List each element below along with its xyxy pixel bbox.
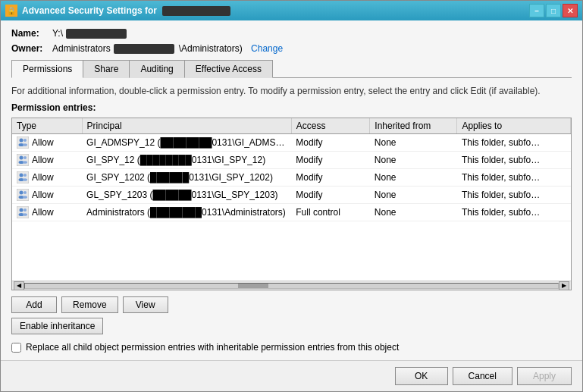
permissions-table-container: Type Principal Access Inherited from App… [11,118,572,290]
cell-inherited: None [370,204,457,221]
name-row: Name: Y:\ [11,28,572,39]
tab-permissions[interactable]: Permissions [11,60,83,78]
horizontal-scrollbar[interactable]: ◀ ▶ [12,281,571,290]
cell-principal: GI_SPY_1202 (██████0131\GI_SPY_1202) [82,169,291,187]
svg-rect-15 [17,189,29,201]
cell-applies: This folder, subfo… [457,152,571,169]
apply-button[interactable]: Apply [517,367,572,385]
cell-principal: GI_SPY_12 (████████0131\GI_SPY_12) [82,152,291,169]
svg-point-23 [24,209,27,212]
col-access: Access [291,118,370,134]
enable-inheritance-area: Enable inheritance [11,318,572,334]
cell-inherited: None [370,152,457,169]
scrollbar-track[interactable] [24,283,559,289]
cell-type: Allow [12,134,82,152]
cell-inherited: None [370,187,457,204]
svg-rect-10 [17,171,29,183]
content-area: Name: Y:\ Owner: Administrators \Adminis… [1,20,582,360]
name-value: Y:\ [52,28,127,39]
cell-access: Modify [291,152,370,169]
table-row[interactable]: Allow GI_SPY_1202 (██████0131\GI_SPY_120… [12,169,571,187]
table-row[interactable]: Allow GI_SPY_12 (████████0131\GI_SPY_12)… [12,152,571,169]
cell-access: Modify [291,134,370,152]
section-label: Permission entries: [11,102,572,113]
table-header-row: Type Principal Access Inherited from App… [12,118,571,134]
user-group-icon [17,189,29,201]
tab-share[interactable]: Share [83,60,130,78]
enable-inheritance-button[interactable]: Enable inheritance [11,318,103,334]
col-type: Type [12,118,82,134]
user-group-icon [17,154,29,166]
title-bar-controls: – □ ✕ [529,4,578,17]
svg-point-13 [24,174,27,177]
svg-rect-20 [17,206,29,218]
col-inherited: Inherited from [370,118,457,134]
svg-point-24 [23,213,27,216]
cell-principal: GI_ADMSPY_12 (████████0131\GI_ADMSPY_12) [82,134,291,152]
table-row[interactable]: Allow GL_SPY_1203 (██████0131\GL_SPY_120… [12,187,571,204]
svg-point-16 [20,191,24,195]
cell-type: Allow [12,169,82,187]
cell-applies: This folder, subfo… [457,187,571,204]
svg-point-14 [23,178,27,181]
ok-button[interactable]: OK [395,367,448,385]
svg-point-11 [20,174,24,177]
table-row[interactable]: Allow GI_ADMSPY_12 (████████0131\GI_ADMS… [12,134,571,152]
svg-point-4 [23,143,27,146]
owner-redacted [114,44,174,54]
svg-point-18 [24,191,27,194]
remove-button[interactable]: Remove [61,296,118,313]
replace-permissions-checkbox[interactable] [11,343,21,353]
user-group-icon [17,171,29,183]
replace-permissions-label: Replace all child object permission entr… [26,342,399,353]
svg-point-21 [20,209,24,212]
name-label: Name: [11,28,49,39]
svg-point-19 [23,196,27,199]
change-owner-link[interactable]: Change [251,43,283,54]
svg-point-1 [20,139,24,143]
add-button[interactable]: Add [11,296,57,313]
maximize-button[interactable]: □ [546,4,561,17]
footer: OK Cancel Apply [1,360,582,391]
owner-label: Owner: [11,43,49,54]
svg-point-3 [24,139,27,142]
title-redacted [162,6,230,16]
cell-inherited: None [370,134,457,152]
cancel-button[interactable]: Cancel [453,367,512,385]
cell-type: Allow [12,187,82,204]
cell-applies: This folder, subfo… [457,169,571,187]
info-text: For additional information, double-click… [11,86,572,96]
permissions-table: Type Principal Access Inherited from App… [12,118,571,221]
window-title: Advanced Security Settings for [22,5,230,16]
cell-type: Allow [12,204,82,221]
close-button[interactable]: ✕ [563,4,578,17]
app-icon: 🔒 [5,5,17,17]
cell-access: Full control [291,204,370,221]
tab-effective-access[interactable]: Effective Access [185,60,273,78]
cell-principal: Administrators (████████0131\Administrat… [82,204,291,221]
owner-row: Owner: Administrators \Administrators) C… [11,43,572,54]
svg-rect-0 [17,136,29,149]
title-bar-left: 🔒 Advanced Security Settings for [5,5,230,17]
owner-value: Administrators \Administrators) Change [52,43,283,54]
view-button[interactable]: View [123,296,168,313]
minimize-button[interactable]: – [529,4,544,17]
col-principal: Principal [82,118,291,134]
scroll-left-button[interactable]: ◀ [14,281,24,290]
tabs-container: Permissions Share Auditing Effective Acc… [11,60,572,78]
scrollbar-thumb[interactable] [238,284,268,288]
user-group-icon [17,136,29,149]
tab-auditing[interactable]: Auditing [130,60,184,78]
replace-checkbox-row: Replace all child object permission entr… [11,342,572,353]
col-applies: Applies to [457,118,571,134]
cell-inherited: None [370,169,457,187]
svg-rect-5 [17,154,29,166]
scroll-right-button[interactable]: ▶ [559,281,569,290]
user-group-icon [17,206,29,218]
window: 🔒 Advanced Security Settings for – □ ✕ N… [0,0,583,392]
table-row[interactable]: Allow Administrators (████████0131\Admin… [12,204,571,221]
svg-point-6 [20,156,24,160]
cell-applies: This folder, subfo… [457,204,571,221]
name-redacted [66,29,127,39]
cell-access: Modify [291,187,370,204]
